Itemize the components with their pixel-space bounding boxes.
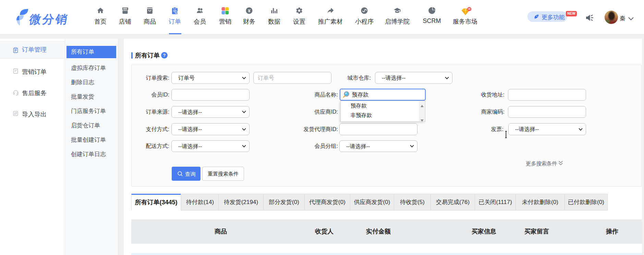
svg-text:¥: ¥ (248, 8, 251, 13)
svg-text:H: H (468, 7, 470, 11)
